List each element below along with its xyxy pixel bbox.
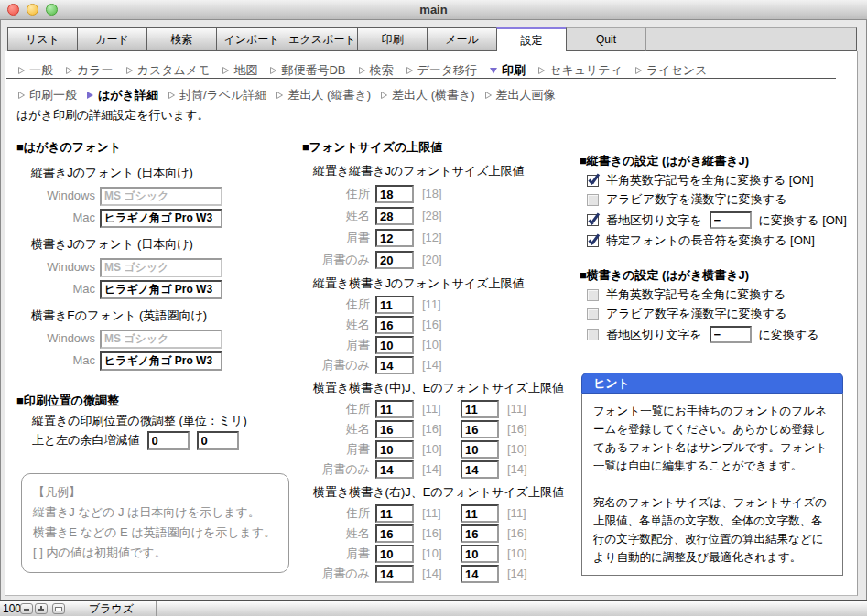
tab-quit[interactable]: Quit	[566, 27, 646, 51]
size-field[interactable]	[375, 229, 414, 247]
nav-map[interactable]: 地図	[222, 63, 257, 78]
mac-font-field[interactable]	[100, 280, 222, 299]
hint-title: ヒント	[581, 373, 843, 394]
tab-label: リスト	[26, 32, 60, 47]
group-title: 縦書きJのフォント (日本向け)	[31, 166, 293, 180]
nav-envelope-label-detail[interactable]: 封筒/ラベル詳細	[168, 88, 267, 103]
size-field[interactable]	[375, 251, 414, 269]
nav-print[interactable]: 印刷	[489, 63, 526, 78]
zoom-in-button[interactable]	[35, 603, 48, 614]
section-title: ■フォントサイズの上限値	[302, 140, 572, 155]
tab-export[interactable]: エクスポート	[287, 27, 357, 51]
size-field[interactable]	[461, 440, 499, 459]
checkbox-unchecked[interactable]	[587, 329, 599, 340]
title-bar[interactable]: main	[0, 0, 867, 20]
checkbox-unchecked[interactable]	[587, 289, 599, 301]
size-field[interactable]	[375, 356, 414, 374]
size-field[interactable]	[375, 400, 414, 418]
legend-line: [ ] 内の値は初期値です。	[33, 543, 277, 563]
default-value: [14]	[507, 462, 538, 477]
size-field[interactable]	[375, 440, 414, 459]
nav-sender-horizontal[interactable]: 差出人 (横書き)	[380, 88, 475, 103]
nav-postal-db[interactable]: 郵便番号DB	[269, 63, 345, 78]
tab-search[interactable]: 検索	[146, 27, 216, 51]
size-field[interactable]	[375, 316, 414, 334]
tab-print[interactable]: 印刷	[357, 27, 427, 51]
tab-import[interactable]: インポート	[216, 27, 287, 51]
size-field[interactable]	[461, 504, 499, 523]
nav-custom-memo[interactable]: カスタムメモ	[125, 63, 211, 78]
tab-settings[interactable]: 設定	[496, 27, 566, 51]
nav-sender-vertical[interactable]: 差出人 (縦書き)	[276, 88, 371, 103]
nav-print-general[interactable]: 印刷一般	[17, 88, 77, 103]
nav-search[interactable]: 検索	[358, 63, 394, 78]
size-field[interactable]	[375, 504, 414, 523]
size-field[interactable]	[375, 207, 414, 225]
nav-label: 封筒/ラベル詳細	[179, 88, 267, 103]
left-margin-field[interactable]	[197, 431, 239, 450]
fontsize-row: 住所[11][11]	[302, 399, 572, 419]
default-value: [20]	[422, 253, 453, 267]
nav-label: カラー	[77, 63, 114, 78]
checkbox-unchecked[interactable]	[587, 308, 599, 320]
margin-adjust-row: 上と左の余白増減値	[32, 430, 293, 450]
tab-mail[interactable]: メール	[427, 27, 496, 51]
size-field[interactable]	[461, 565, 499, 583]
default-value: [10]	[422, 546, 453, 561]
size-field[interactable]	[375, 420, 414, 438]
size-field[interactable]	[461, 545, 499, 563]
default-value: [18]	[422, 187, 453, 201]
field-label: Windows	[31, 260, 95, 275]
size-field[interactable]	[461, 524, 499, 543]
settings-nav: 一般 カラー カスタムメモ 地図 郵便番号DB 検索 データ移行 印刷 セキュリ…	[17, 63, 707, 78]
fontsize-group-2: 横置き横書き(中)J、Eのフォントサイズ上限値 住所[11][11] 姓名[16…	[302, 381, 572, 480]
mode-label[interactable]: ブラウズ	[89, 602, 134, 615]
checkbox-checked[interactable]	[587, 235, 599, 247]
nav-sender-image[interactable]: 差出人画像	[484, 88, 556, 103]
separator-char-field[interactable]	[710, 326, 752, 343]
top-margin-field[interactable]	[147, 431, 190, 450]
row-label: 住所	[302, 402, 370, 416]
size-field[interactable]	[375, 565, 414, 583]
nav-license[interactable]: ライセンス	[634, 63, 708, 78]
checkbox-label: 半角英数字記号を全角に変換する [ON]	[606, 173, 814, 188]
group-title: 横書きEのフォント (英語圏向け)	[31, 308, 293, 323]
size-field[interactable]	[375, 185, 414, 203]
default-value: [16]	[507, 422, 538, 437]
fontsize-row: 姓名[28]	[302, 205, 572, 227]
layout-mode-button[interactable]	[52, 603, 65, 614]
mac-font-field[interactable]	[100, 209, 222, 228]
content-area: 一般 カラー カスタムメモ 地図 郵便番号DB 検索 データ移行 印刷 セキュリ…	[5, 51, 858, 596]
font-row: Mac	[31, 350, 293, 372]
nav-color[interactable]: カラー	[65, 63, 114, 78]
windows-font-field	[100, 258, 222, 277]
size-field[interactable]	[461, 400, 499, 418]
nav-data-migration[interactable]: データ移行	[406, 63, 478, 78]
nav-general[interactable]: 一般	[17, 63, 53, 78]
size-field[interactable]	[375, 524, 414, 543]
zoom-out-button[interactable]	[20, 603, 33, 614]
nav-security[interactable]: セキュリティ	[537, 63, 623, 78]
separator-char-field[interactable]	[710, 211, 752, 229]
checkbox-checked[interactable]	[587, 175, 599, 187]
field-label: Mac	[31, 353, 95, 368]
default-value: [10]	[422, 338, 453, 352]
tab-label: 印刷	[382, 32, 404, 47]
tab-list[interactable]: リスト	[7, 27, 77, 51]
mac-font-field[interactable]	[100, 351, 222, 371]
checkbox-unchecked[interactable]	[587, 194, 599, 206]
nav-hagaki-detail[interactable]: はがき詳細	[86, 88, 158, 103]
checkbox-checked[interactable]	[587, 214, 599, 226]
size-field[interactable]	[461, 460, 499, 479]
tab-card[interactable]: カード	[77, 27, 146, 51]
page-description: はがき印刷の詳細設定を行います。	[16, 108, 209, 123]
size-field[interactable]	[375, 296, 414, 314]
size-field[interactable]	[375, 545, 414, 563]
size-field[interactable]	[375, 460, 414, 479]
tab-bar-filler	[646, 27, 857, 51]
default-value: [11]	[422, 506, 453, 521]
fontsize-row: 住所[18]	[302, 183, 572, 205]
size-field[interactable]	[461, 420, 499, 438]
horizontal-settings-title: ■横書きの設定 (はがき横書きJ)	[580, 268, 856, 283]
size-field[interactable]	[375, 336, 414, 354]
